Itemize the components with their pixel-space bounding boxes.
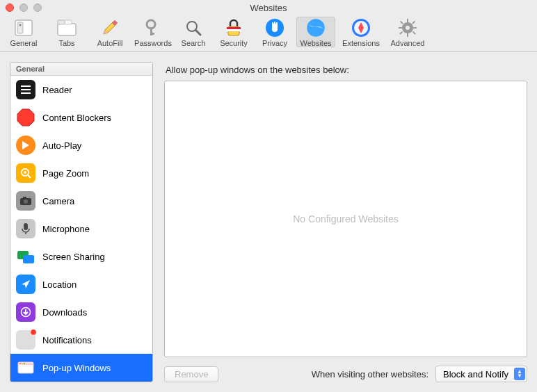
svg-rect-3 bbox=[58, 24, 76, 35]
svg-point-53 bbox=[19, 363, 21, 364]
toolbar-tab-autofill[interactable]: AutoFill bbox=[90, 17, 129, 47]
globe-icon bbox=[306, 18, 326, 38]
svg-line-39 bbox=[28, 175, 31, 178]
sidebar-item-auto-play[interactable]: Auto-Play bbox=[10, 131, 152, 159]
toolbar-tab-passwords[interactable]: Passwords bbox=[134, 17, 173, 47]
reader-icon bbox=[16, 80, 35, 99]
toolbar-label: Advanced bbox=[391, 39, 425, 47]
toolbar-label: AutoFill bbox=[97, 39, 123, 47]
svg-rect-25 bbox=[407, 33, 408, 37]
sidebar-item-page-zoom[interactable]: Page Zoom bbox=[10, 159, 152, 187]
svg-rect-13 bbox=[227, 27, 241, 29]
download-icon bbox=[16, 302, 35, 322]
svg-point-55 bbox=[24, 363, 25, 364]
preferences-toolbar: General Tabs AutoFill Passwords Search bbox=[0, 15, 537, 52]
key-icon bbox=[143, 18, 163, 38]
toolbar-label: Passwords bbox=[134, 39, 172, 47]
tabs-icon bbox=[57, 18, 77, 38]
toolbar-label: Privacy bbox=[262, 39, 287, 47]
popup-window-icon bbox=[16, 358, 35, 377]
toolbar-tab-general[interactable]: General bbox=[4, 17, 43, 47]
svg-marker-36 bbox=[17, 109, 34, 126]
play-icon bbox=[16, 136, 35, 155]
microphone-icon bbox=[16, 219, 35, 238]
svg-rect-28 bbox=[400, 21, 403, 24]
sidebar-item-label: Downloads bbox=[42, 307, 87, 318]
svg-rect-16 bbox=[272, 22, 273, 28]
select-value: Block and Notify bbox=[443, 369, 508, 379]
stop-icon bbox=[16, 108, 35, 127]
location-icon bbox=[16, 275, 35, 294]
footer-controls: Remove When visiting other websites: Blo… bbox=[164, 366, 527, 382]
svg-rect-43 bbox=[23, 197, 26, 199]
sidebar-item-reader[interactable]: Reader bbox=[10, 76, 152, 104]
toolbar-tab-security[interactable]: Security bbox=[214, 17, 253, 47]
svg-line-11 bbox=[195, 30, 200, 35]
empty-placeholder: No Configured Websites bbox=[293, 213, 398, 224]
select-stepper-icon: ▲▼ bbox=[514, 368, 525, 380]
sidebar-item-microphone[interactable]: Microphone bbox=[10, 215, 152, 243]
svg-rect-45 bbox=[24, 223, 28, 230]
remove-button[interactable]: Remove bbox=[164, 366, 218, 382]
svg-point-54 bbox=[22, 363, 23, 364]
sidebar-item-label: Camera bbox=[42, 196, 74, 206]
toolbar-label: Security bbox=[220, 39, 248, 47]
sidebar-item-camera[interactable]: Camera bbox=[10, 187, 152, 215]
svg-rect-1 bbox=[17, 22, 23, 33]
gear-icon bbox=[398, 18, 417, 38]
pencil-icon bbox=[100, 18, 120, 38]
svg-marker-37 bbox=[22, 141, 29, 149]
sidebar-item-screen-sharing[interactable]: Screen Sharing bbox=[10, 243, 152, 270]
toolbar-tab-search[interactable]: Search bbox=[177, 17, 210, 47]
toolbar-label: Extensions bbox=[342, 39, 380, 47]
sidebar-item-downloads[interactable]: Downloads bbox=[10, 298, 152, 326]
main-panel: Allow pop-up windows on the websites bel… bbox=[164, 62, 527, 382]
maximize-window-button[interactable] bbox=[33, 3, 42, 12]
svg-rect-9 bbox=[150, 33, 154, 35]
sidebar-item-label: Reader bbox=[42, 85, 72, 95]
svg-rect-4 bbox=[58, 20, 65, 24]
svg-point-44 bbox=[24, 199, 28, 204]
toolbar-tab-extensions[interactable]: Extensions bbox=[339, 17, 383, 47]
toolbar-tab-websites[interactable]: Websites bbox=[296, 17, 335, 47]
sidebar: General Reader Content Blockers bbox=[10, 62, 153, 382]
svg-rect-29 bbox=[412, 31, 416, 35]
preferences-window: Websites General Tabs AutoFill Passwords bbox=[0, 0, 537, 392]
sidebar-item-popup-windows[interactable]: Pop-up Windows bbox=[10, 354, 152, 382]
toolbar-label: Search bbox=[182, 39, 206, 47]
sidebar-item-label: Content Blockers bbox=[42, 113, 111, 123]
minimize-window-button[interactable] bbox=[19, 3, 28, 12]
toolbar-tab-privacy[interactable]: Privacy bbox=[257, 17, 292, 47]
sidebar-item-label: Notifications bbox=[42, 335, 92, 345]
window-traffic-lights bbox=[6, 3, 42, 12]
search-icon bbox=[184, 18, 203, 38]
screen-sharing-icon bbox=[16, 247, 35, 266]
zoom-icon bbox=[16, 163, 35, 183]
sidebar-item-label: Pop-up Windows bbox=[42, 363, 111, 373]
svg-point-2 bbox=[19, 24, 22, 26]
sidebar-item-label: Microphone bbox=[42, 224, 90, 234]
svg-point-32 bbox=[406, 26, 410, 30]
other-websites-select[interactable]: Block and Notify ▲▼ bbox=[435, 366, 527, 382]
website-list[interactable]: No Configured Websites bbox=[164, 81, 527, 357]
compass-icon bbox=[351, 18, 371, 38]
toolbar-label: Tabs bbox=[58, 39, 74, 47]
camera-icon bbox=[16, 191, 35, 211]
svg-rect-31 bbox=[399, 31, 403, 35]
other-websites-label: When visiting other websites: bbox=[312, 369, 428, 379]
sidebar-item-notifications[interactable]: Notifications bbox=[10, 326, 152, 354]
svg-rect-30 bbox=[412, 21, 415, 24]
svg-rect-17 bbox=[274, 22, 275, 28]
toolbar-tab-advanced[interactable]: Advanced bbox=[387, 17, 428, 47]
sidebar-item-label: Location bbox=[42, 279, 77, 290]
svg-rect-26 bbox=[399, 27, 402, 28]
close-window-button[interactable] bbox=[6, 3, 14, 12]
svg-rect-5 bbox=[65, 20, 72, 24]
sidebar-item-content-blockers[interactable]: Content Blockers bbox=[10, 104, 152, 131]
toolbar-tab-tabs[interactable]: Tabs bbox=[47, 17, 86, 47]
svg-rect-27 bbox=[413, 27, 417, 28]
window-titlebar: Websites bbox=[0, 0, 537, 15]
svg-rect-18 bbox=[276, 22, 278, 28]
lock-icon bbox=[224, 18, 243, 38]
sidebar-item-location[interactable]: Location bbox=[10, 270, 152, 298]
